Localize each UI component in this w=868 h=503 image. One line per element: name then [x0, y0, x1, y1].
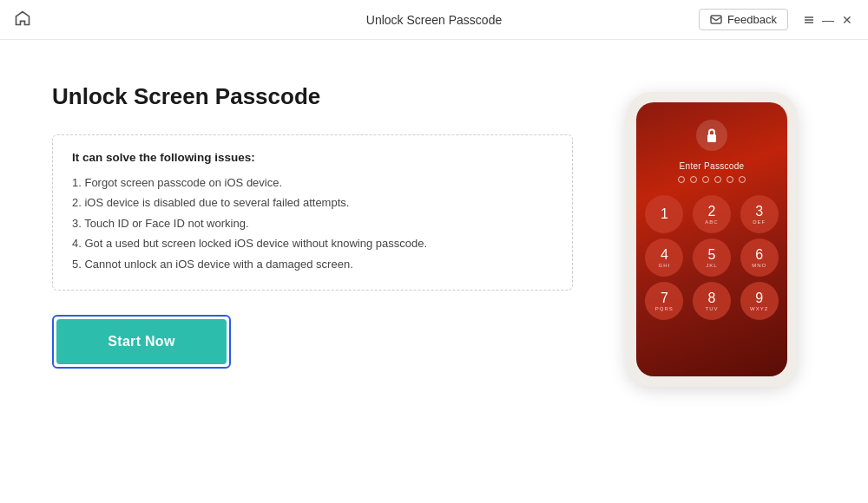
- main-content: Unlock Screen Passcode It can solve the …: [0, 40, 868, 503]
- mail-icon: [710, 15, 722, 24]
- list-item: 3. Touch ID or Face ID not working.: [72, 213, 553, 233]
- left-panel: Unlock Screen Passcode It can solve the …: [52, 83, 608, 369]
- passcode-dot: [727, 176, 733, 183]
- issues-list: 1. Forgot screen passcode on iOS device.…: [72, 173, 553, 274]
- list-item: 1. Forgot screen passcode on iOS device.: [72, 173, 553, 193]
- num-btn-9[interactable]: 9WXYZ: [740, 282, 779, 320]
- numpad: 1 2ABC 3DEF 4GHI 5JKL 6MNO 7PQRS 8TUV 9W…: [636, 195, 787, 320]
- phone-mockup: Enter Passcode 1 2ABC 3DEF 4GHI 5JKL 6MN…: [626, 92, 798, 387]
- title-bar-left: [14, 10, 31, 30]
- right-panel: Enter Passcode 1 2ABC 3DEF 4GHI 5JKL 6MN…: [608, 83, 816, 387]
- num-btn-5[interactable]: 5JKL: [693, 238, 731, 277]
- list-item: 4. Got a used but screen locked iOS devi…: [72, 233, 553, 253]
- minimize-button[interactable]: —: [821, 13, 835, 27]
- title-bar-right: Feedback — ✕: [699, 9, 854, 30]
- svg-rect-4: [707, 134, 716, 142]
- lock-icon-area: [696, 120, 727, 151]
- list-item: 2. iOS device is disabled due to several…: [72, 193, 553, 212]
- passcode-dot: [714, 176, 721, 183]
- feedback-button[interactable]: Feedback: [699, 9, 788, 30]
- passcode-dot: [690, 176, 697, 183]
- num-btn-3[interactable]: 3DEF: [740, 195, 779, 233]
- passcode-dot: [678, 176, 685, 183]
- passcode-dot: [702, 176, 709, 183]
- page-title: Unlock Screen Passcode: [52, 83, 573, 110]
- num-btn-8[interactable]: 8TUV: [693, 282, 731, 320]
- num-btn-1[interactable]: 1: [645, 195, 683, 233]
- hamburger-icon: [803, 14, 815, 26]
- enter-passcode-label: Enter Passcode: [680, 161, 745, 171]
- start-button-wrapper: Start Now: [52, 315, 231, 369]
- issues-box: It can solve the following issues: 1. Fo…: [52, 134, 573, 291]
- passcode-dots: [678, 176, 746, 183]
- close-button[interactable]: ✕: [840, 13, 854, 27]
- num-btn-2[interactable]: 2ABC: [693, 195, 731, 233]
- list-item: 5. Cannot unlock an iOS device with a da…: [72, 254, 553, 274]
- num-btn-6[interactable]: 6MNO: [740, 238, 779, 277]
- num-btn-7[interactable]: 7PQRS: [645, 282, 683, 320]
- issues-title: It can solve the following issues:: [72, 151, 553, 164]
- svg-rect-0: [711, 16, 721, 23]
- title-bar: Unlock Screen Passcode Feedback — ✕: [0, 0, 868, 40]
- num-btn-4[interactable]: 4GHI: [645, 238, 683, 277]
- start-now-button[interactable]: Start Now: [56, 319, 227, 364]
- home-icon[interactable]: [14, 10, 31, 30]
- phone-screen: Enter Passcode 1 2ABC 3DEF 4GHI 5JKL 6MN…: [636, 102, 787, 376]
- window-title: Unlock Screen Passcode: [366, 13, 502, 27]
- window-controls: — ✕: [802, 13, 854, 27]
- passcode-dot: [739, 176, 746, 183]
- lock-icon-circle: [696, 120, 727, 151]
- lock-icon: [705, 127, 719, 143]
- menu-button[interactable]: [802, 13, 816, 27]
